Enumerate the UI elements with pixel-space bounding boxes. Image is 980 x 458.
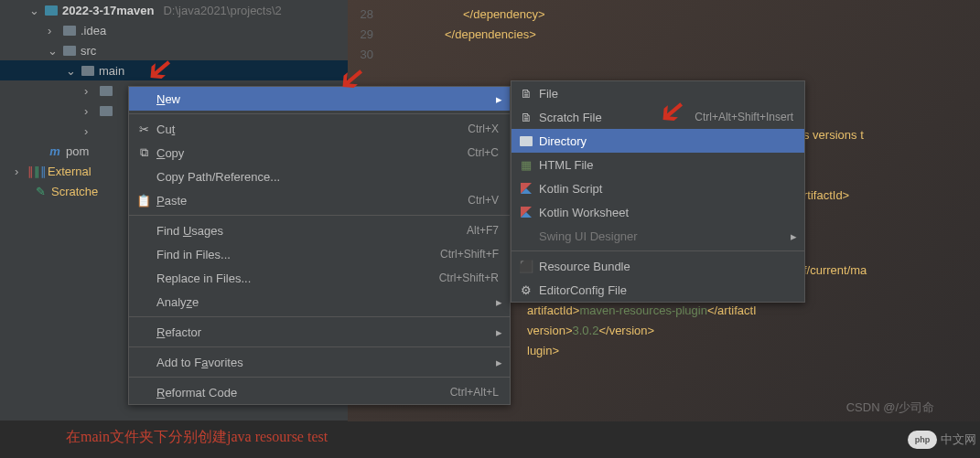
watermark: CSDN @/少司命 <box>846 399 934 416</box>
file-icon: 🗎 <box>517 87 535 101</box>
folder-icon <box>81 63 95 78</box>
line-number: 29 <box>348 27 381 41</box>
chevron-right-icon[interactable]: › <box>84 104 95 118</box>
cut-icon: ✂ <box>135 122 153 136</box>
shortcut: Ctrl+Shift+F <box>440 248 499 261</box>
submenu-item-editorconfig[interactable]: ⚙EditorConfig File <box>512 278 804 302</box>
tree-label: External <box>48 165 92 178</box>
bundle-icon: ⬛ <box>517 260 535 273</box>
menu-item-new[interactable]: New▸ <box>129 87 510 111</box>
chevron-right-icon[interactable]: › <box>48 24 59 37</box>
chevron-right-icon: ▸ <box>496 356 502 369</box>
submenu-item-resource-bundle[interactable]: ⬛Resource Bundle <box>512 254 804 278</box>
chevron-right-icon[interactable]: › <box>84 124 95 138</box>
chevron-right-icon: ▸ <box>496 92 502 106</box>
menu-separator <box>512 250 804 251</box>
scratches-icon: ✎ <box>33 184 48 198</box>
folder-icon <box>44 3 59 17</box>
shortcut: Ctrl+Alt+L <box>450 386 499 399</box>
shortcut: Ctrl+Shift+R <box>439 272 499 284</box>
menu-item-find-usages[interactable]: Find UsagesAlt+F7 <box>129 218 510 242</box>
submenu-item-html[interactable]: ▦HTML File <box>512 153 804 176</box>
folder-icon <box>517 136 535 146</box>
watermark: php 中文网 <box>908 431 976 449</box>
menu-item-refactor[interactable]: Refactor▸ <box>129 320 510 344</box>
php-logo-icon: php <box>908 431 937 449</box>
tree-label: main <box>99 64 124 78</box>
submenu-item-swing[interactable]: Swing UI Designer▸ <box>512 224 804 248</box>
menu-item-analyze[interactable]: Analyze▸ <box>129 290 510 314</box>
chevron-right-icon: ▸ <box>496 295 502 309</box>
menu-separator <box>129 377 510 378</box>
line-number: 28 <box>348 7 381 21</box>
menu-item-copy-path[interactable]: Copy Path/Reference... <box>129 165 510 188</box>
tree-path: D:\java2021\projects\2 <box>163 4 281 17</box>
tree-item[interactable]: › .idea <box>0 20 348 40</box>
shortcut: Ctrl+X <box>468 122 499 135</box>
menu-item-paste[interactable]: 📋PasteCtrl+V <box>129 188 510 212</box>
maven-icon: m <box>48 144 62 158</box>
shortcut: Ctrl+V <box>468 194 499 207</box>
context-menu: New▸ ✂CutCtrl+X ⧉CopyCtrl+C Copy Path/Re… <box>128 86 511 405</box>
code-text: </dependency> <box>381 7 545 21</box>
chevron-right-icon[interactable]: › <box>84 84 95 98</box>
annotation-caption: 在main文件夹下分别创建java resourse test <box>66 428 328 447</box>
copy-icon: ⧉ <box>135 145 153 160</box>
tree-label: 2022-3-17maven <box>62 4 154 17</box>
folder-icon <box>62 43 77 58</box>
submenu-item-directory[interactable]: Directory <box>512 129 804 153</box>
menu-item-find-in-files[interactable]: Find in Files...Ctrl+Shift+F <box>129 242 510 266</box>
code-text: </dependencies> <box>381 27 536 41</box>
chevron-right-icon: ▸ <box>496 325 502 339</box>
libraries-icon: ∥∥∥ <box>29 164 44 178</box>
kotlin-icon <box>517 181 535 196</box>
tree-root[interactable]: ⌄ 2022-3-17maven D:\java2021\projects\2 <box>0 0 348 20</box>
chevron-right-icon[interactable]: › <box>15 165 26 178</box>
folder-icon <box>99 103 113 118</box>
menu-item-favorites[interactable]: Add to Favorites▸ <box>129 350 510 374</box>
tree-label: .idea <box>81 24 106 37</box>
tree-item[interactable]: ⌄ src <box>0 40 348 60</box>
scratch-file-icon: 🗎 <box>517 111 535 124</box>
menu-item-cut[interactable]: ✂CutCtrl+X <box>129 117 510 141</box>
menu-item-replace-in-files[interactable]: Replace in Files...Ctrl+Shift+R <box>129 266 510 290</box>
menu-separator <box>129 316 510 317</box>
menu-item-copy[interactable]: ⧉CopyCtrl+C <box>129 141 510 165</box>
paste-icon: 📋 <box>135 194 153 208</box>
editorconfig-icon: ⚙ <box>517 283 535 297</box>
chevron-down-icon[interactable]: ⌄ <box>29 4 40 17</box>
shortcut: Ctrl+Alt+Shift+Insert <box>695 111 793 123</box>
folder-icon <box>99 83 113 98</box>
menu-separator <box>129 113 510 114</box>
chevron-right-icon: ▸ <box>791 229 797 243</box>
tree-label: pom <box>66 144 89 158</box>
shortcut: Alt+F7 <box>467 224 499 237</box>
tree-label: src <box>81 44 96 58</box>
menu-separator <box>129 346 510 347</box>
tree-label: Scratche <box>51 185 98 198</box>
kotlin-icon <box>517 205 535 219</box>
submenu-item-kotlin-worksheet[interactable]: Kotlin Worksheet <box>512 200 804 224</box>
submenu-item-kotlin-script[interactable]: Kotlin Script <box>512 176 804 200</box>
chevron-down-icon[interactable]: ⌄ <box>66 64 77 78</box>
folder-icon <box>62 23 77 37</box>
shortcut: Ctrl+C <box>468 146 499 159</box>
menu-separator <box>129 215 510 216</box>
menu-item-reformat[interactable]: Reformat CodeCtrl+Alt+L <box>129 380 510 404</box>
html-icon: ▦ <box>517 158 535 172</box>
chevron-down-icon[interactable]: ⌄ <box>48 44 59 58</box>
